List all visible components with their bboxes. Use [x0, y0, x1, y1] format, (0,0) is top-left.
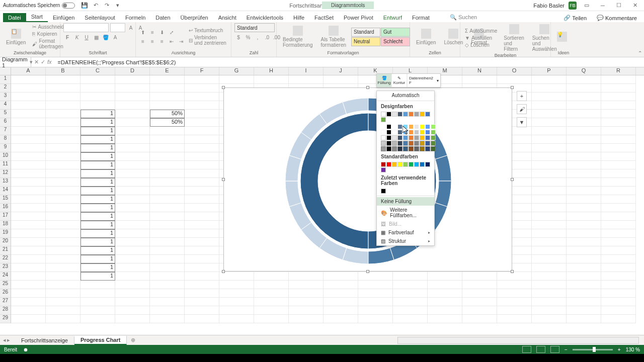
cell[interactable] [11, 118, 46, 127]
cell[interactable] [532, 101, 567, 110]
cell[interactable] [115, 110, 150, 118]
cell[interactable] [11, 101, 46, 110]
sheet-tab-1[interactable]: Fortschrittsanzeige [15, 336, 74, 344]
row-header[interactable]: 28 [0, 306, 11, 315]
cell[interactable] [532, 118, 567, 127]
fill-color-button[interactable]: 🪣 [102, 33, 110, 41]
horizontal-scrollbar[interactable] [397, 337, 639, 344]
cell[interactable] [115, 212, 150, 221]
standard-color-swatch[interactable] [425, 162, 430, 167]
minimize-icon[interactable]: ─ [597, 0, 609, 11]
cell[interactable] [150, 204, 185, 212]
cell[interactable] [185, 289, 219, 298]
cell[interactable] [150, 306, 185, 315]
cell[interactable] [601, 118, 636, 127]
cell[interactable] [46, 169, 80, 178]
theme-color-swatch[interactable] [397, 112, 403, 117]
cell[interactable]: 1 [80, 272, 115, 281]
theme-shade-swatch[interactable] [381, 141, 386, 146]
view-pagelayout-icon[interactable] [536, 346, 545, 353]
cell[interactable]: 1 [80, 221, 115, 229]
cell[interactable] [80, 281, 115, 289]
orientation-icon[interactable]: ⤢ [168, 28, 176, 36]
cell[interactable] [150, 75, 185, 84]
cell[interactable] [532, 195, 567, 204]
cell[interactable] [532, 298, 567, 306]
cell[interactable] [289, 298, 324, 306]
theme-shade-swatch[interactable] [420, 146, 425, 151]
cell[interactable] [532, 152, 567, 161]
cell[interactable] [185, 229, 219, 238]
align-center-icon[interactable]: ≡ [148, 37, 156, 45]
cell[interactable]: 1 [80, 238, 115, 246]
fill-button[interactable]: ▼ Ausfüllen [463, 35, 499, 41]
cell[interactable] [601, 272, 636, 281]
recent-color-swatch[interactable] [381, 189, 386, 194]
cell[interactable] [567, 161, 601, 169]
cell[interactable] [532, 281, 567, 289]
series-select[interactable]: Datenreihen2 F ▾ [407, 74, 440, 87]
theme-shade-swatch[interactable] [386, 124, 391, 129]
cell[interactable] [532, 221, 567, 229]
cell[interactable] [115, 289, 150, 298]
cell[interactable] [393, 306, 428, 315]
resize-handle[interactable] [511, 86, 514, 89]
cell[interactable] [601, 169, 636, 178]
sort-filter-button[interactable]: Sortieren und Filtern [501, 23, 527, 53]
qat-customize-icon[interactable]: ▾ [114, 2, 121, 9]
zoom-slider[interactable] [573, 349, 613, 350]
cell[interactable] [115, 306, 150, 315]
cell[interactable] [567, 144, 601, 152]
cell[interactable]: 1 [80, 195, 115, 204]
cell[interactable] [601, 101, 636, 110]
resize-handle[interactable] [222, 178, 225, 181]
cell[interactable] [11, 161, 46, 169]
cell[interactable] [601, 127, 636, 135]
cell[interactable] [11, 135, 46, 144]
cell[interactable] [324, 272, 358, 281]
theme-shade-swatch[interactable] [414, 130, 419, 135]
theme-color-swatch[interactable] [420, 112, 425, 117]
theme-shade-swatch[interactable] [425, 130, 430, 135]
theme-shade-swatch[interactable] [392, 124, 397, 129]
column-header[interactable]: Q [567, 67, 601, 75]
cell[interactable] [532, 272, 567, 281]
more-colors-item[interactable]: 🎨Weitere Füllfarben... [377, 206, 434, 220]
cell[interactable] [185, 298, 219, 306]
autosave-toggle[interactable]: Automatisches Speichern [3, 3, 75, 9]
column-header[interactable]: F [185, 67, 219, 75]
cell[interactable] [532, 110, 567, 118]
cell[interactable] [567, 101, 601, 110]
cell[interactable] [289, 306, 324, 315]
standard-color-swatch[interactable] [409, 162, 414, 167]
sheet-nav-next-icon[interactable]: ▸ [7, 337, 10, 343]
theme-shade-swatch[interactable] [431, 130, 436, 135]
cell[interactable] [601, 178, 636, 187]
indent-inc-icon[interactable]: ⇥ [177, 37, 185, 45]
cell[interactable] [46, 298, 80, 306]
align-bot-icon[interactable]: ⬇ [158, 28, 166, 36]
cell[interactable] [115, 75, 150, 84]
font-name-input[interactable] [63, 23, 109, 32]
cell[interactable] [11, 306, 46, 315]
column-header[interactable]: E [150, 67, 185, 75]
comma-icon[interactable]: , [254, 33, 262, 41]
view-normal-icon[interactable] [522, 346, 531, 353]
cell[interactable]: 1 [80, 169, 115, 178]
theme-shade-swatch[interactable] [392, 141, 397, 146]
cell[interactable] [185, 161, 219, 169]
row-header[interactable]: 13 [0, 178, 11, 187]
standard-color-swatch[interactable] [403, 162, 408, 167]
cell[interactable]: 1 [80, 263, 115, 272]
standard-color-swatch[interactable] [386, 162, 391, 167]
cell[interactable]: 1 [80, 212, 115, 221]
share-button[interactable]: 🔗 Teilen [559, 14, 591, 22]
cell[interactable] [532, 161, 567, 169]
row-header[interactable]: 21 [0, 246, 11, 255]
resize-handle[interactable] [511, 270, 514, 273]
cell[interactable] [185, 263, 219, 272]
chart-elements-button[interactable]: + [517, 91, 527, 101]
gradient-fill-item[interactable]: ▦Farbverlauf▸ [377, 228, 434, 237]
cell[interactable] [567, 229, 601, 238]
row-header[interactable]: 3 [0, 93, 11, 101]
